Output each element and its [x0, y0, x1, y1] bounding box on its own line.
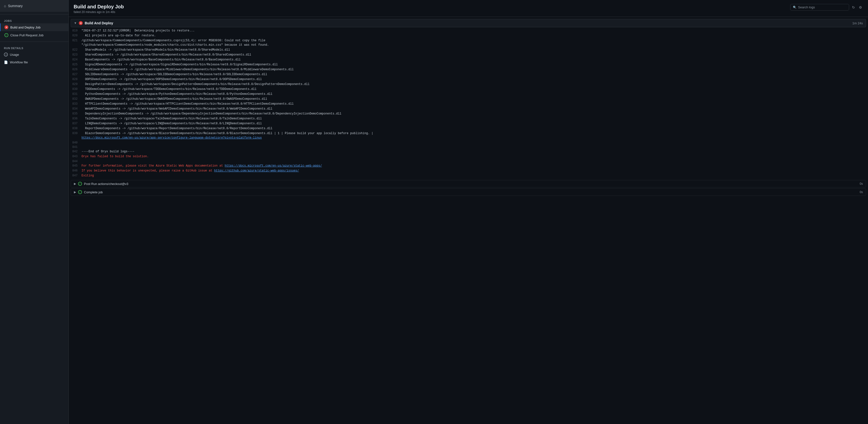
line-number: 842 [72, 149, 82, 154]
log-text: SOLIDDemoComponents -> /github/workspace… [82, 72, 865, 77]
log-text: OWASPDemoComponents -> /github/workspace… [82, 97, 865, 101]
log-text: If you believe this behavior is unexpect… [82, 169, 865, 173]
blazor-link[interactable]: https://docs.microsoft.com/en-us/azure/a… [82, 136, 262, 140]
usage-label: Usage [10, 53, 19, 57]
line-number: 827 [72, 72, 82, 77]
log-line: 837 LINQDemoComponents -> /github/worksp… [69, 121, 868, 126]
complete-job-time: 0s [860, 190, 863, 194]
docs-link[interactable]: https://docs.microsoft.com/en-us/azure/s… [225, 164, 322, 168]
complete-job-title: Complete job [84, 190, 103, 194]
search-bar[interactable]: 🔍 [790, 4, 849, 10]
section-time: 1m 24s [852, 21, 863, 25]
line-number: 826 [72, 67, 82, 72]
post-run-time: 0s [860, 182, 863, 186]
log-line: 823 SharedComponents -> /github/workspac… [69, 52, 868, 57]
sidebar-divider-2 [0, 41, 68, 42]
log-text: WebAPIDemoComponents -> /github/workspac… [82, 107, 865, 111]
refresh-icon: ↻ [852, 5, 855, 9]
log-text: OOPSDemoComponents -> /github/workspace/… [82, 77, 865, 82]
line-number: 828 [72, 77, 82, 82]
log-text: ReportDemoComponents -> /github/workspac… [82, 126, 865, 131]
chevron-down-icon: ▼ [74, 21, 77, 25]
log-line: 822 SharedModels -> /github/workspace/Sh… [69, 48, 868, 52]
log-text: /github/workspace/CommonComponents/Commo… [82, 38, 865, 47]
sidebar-close-pr-label: Close Pull Request Job [10, 33, 43, 37]
log-text: HTTPClientDemoComponents -> /github/work… [82, 102, 865, 106]
log-line: 844 [69, 159, 868, 163]
log-text: PythonDemoComponents -> /github/workspac… [82, 92, 865, 96]
log-text: SharedComponents -> /github/workspace/Sh… [82, 53, 865, 57]
log-text: SignalRDemoComponents -> /github/workspa… [82, 62, 865, 67]
line-number: 838 [72, 126, 82, 131]
workflow-file-label: Workflow file [10, 60, 28, 64]
run-details-label: Run details [0, 44, 68, 51]
log-text: All projects are up-to-date for restore. [82, 33, 865, 38]
line-number: 846 [72, 169, 82, 173]
log-line: 832 OWASPDemoComponents -> /github/works… [69, 96, 868, 102]
chevron-right-icon: ▶ [74, 190, 76, 194]
success-icon: ✓ [4, 33, 8, 37]
sidebar-item-build-deploy-job[interactable]: ✕ Build and Deploy Job [0, 23, 68, 31]
log-line: 840 [69, 140, 868, 145]
log-text: SharedModels -> /github/workspace/Shared… [82, 48, 865, 52]
line-number: 832 [72, 97, 82, 101]
error-icon: ✕ [4, 25, 8, 29]
header-right: 🔍 ↻ ⚙ [790, 4, 863, 10]
log-line: 839 BlazorDemoComponents -> /github/work… [69, 131, 868, 140]
log-text: Exiting [82, 173, 865, 178]
line-number: 821 [72, 38, 82, 43]
log-line: 841 [69, 145, 868, 149]
page-title: Build and Deploy Job [74, 4, 124, 9]
log-line: 820 All projects are up-to-date for rest… [69, 33, 868, 38]
github-issue-link[interactable]: https://github.com/azure/static-web-apps… [214, 169, 299, 172]
post-run-success-icon: ✓ [78, 182, 82, 186]
sidebar-build-deploy-label: Build and Deploy Job [10, 26, 40, 29]
log-line: 819 "2024-07-27 12:52:52"|ERROR| Determi… [69, 28, 868, 33]
jobs-section-label: Jobs [0, 17, 68, 23]
refresh-button[interactable]: ↻ [851, 4, 856, 10]
section-error-icon: ✕ [79, 21, 83, 25]
home-icon: ⌂ [4, 4, 6, 8]
log-text: For further information, please visit th… [82, 164, 865, 168]
log-text: Oryx has failed to build the solution. [82, 154, 865, 159]
log-text: ----End of Oryx build logs---- [82, 149, 865, 154]
sidebar-item-close-pr-job[interactable]: ✓ Close Pull Request Job [0, 31, 68, 39]
log-line: 825 SignalRDemoComponents -> /github/wor… [69, 62, 868, 67]
line-number: 835 [72, 112, 82, 116]
settings-icon: ⚙ [859, 5, 862, 9]
sidebar-summary-link[interactable]: ⌂ Summary [0, 0, 68, 12]
sidebar-item-workflow-file[interactable]: 📄 Workflow file [0, 58, 68, 66]
log-line: 845 For further information, please visi… [69, 163, 868, 168]
log-line: 835 DependencyInjectionDemoComponents ->… [69, 111, 868, 116]
log-text: LINQDemoComponents -> /github/workspace/… [82, 121, 865, 126]
sidebar-item-usage[interactable]: ◷ Usage [0, 51, 68, 58]
line-number: 820 [72, 33, 82, 38]
line-number: 840 [72, 141, 82, 145]
log-line: 834 WebAPIDemoComponents -> /github/work… [69, 106, 868, 111]
log-line: 826 MiddlewareDemoComponents -> /github/… [69, 67, 868, 72]
line-number: 831 [72, 92, 82, 96]
build-and-deploy-section[interactable]: ▼ ✕ Build And Deploy 1m 24s [71, 19, 866, 27]
log-line: 842 ----End of Oryx build logs---- [69, 149, 868, 154]
log-content: 819 "2024-07-27 12:52:52"|ERROR| Determi… [69, 27, 868, 179]
search-icon: 🔍 [793, 6, 797, 9]
sidebar-divider-1 [0, 14, 68, 15]
log-text: MiddlewareDemoComponents -> /github/work… [82, 67, 865, 72]
section-title: Build And Deploy [85, 21, 113, 25]
log-area[interactable]: ▼ ✕ Build And Deploy 1m 24s 819 "2024-07… [69, 17, 868, 424]
sidebar: ⌂ Summary Jobs ✕ Build and Deploy Job ✓ … [0, 0, 69, 424]
search-input[interactable] [798, 5, 846, 9]
file-icon: 📄 [4, 60, 8, 64]
post-run-section[interactable]: ▶ ✓ Post Run actions/checkout@v3 0s [71, 180, 866, 188]
header: Build and Deploy Job failed 20 minutes a… [69, 0, 868, 17]
main-content: Build and Deploy Job failed 20 minutes a… [69, 0, 868, 424]
log-line: 831 PythonDemoComponents -> /github/work… [69, 92, 868, 96]
complete-job-section[interactable]: ▶ ✓ Complete job 0s [71, 189, 866, 196]
settings-button[interactable]: ⚙ [858, 4, 863, 10]
log-text: TalkDemoComponents -> /github/workspace/… [82, 116, 865, 121]
log-text: BaseComponents -> /github/workspace/Base… [82, 57, 865, 62]
line-number: 833 [72, 102, 82, 106]
line-number: 845 [72, 164, 82, 168]
line-number: 834 [72, 107, 82, 111]
line-number: 824 [72, 57, 82, 62]
